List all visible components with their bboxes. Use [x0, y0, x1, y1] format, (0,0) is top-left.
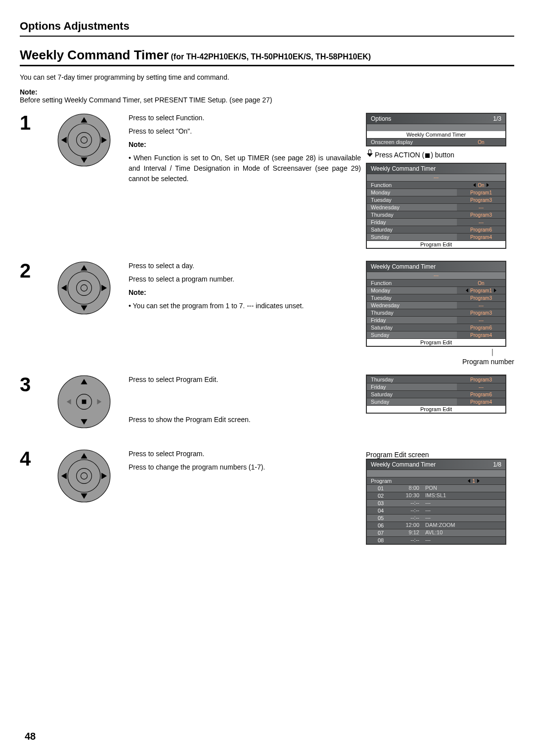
osd-row-label: Tuesday: [367, 294, 457, 301]
osd-page: 1/8: [493, 461, 501, 468]
pe-command: ---: [422, 500, 505, 507]
pe-row: 0612:00DAM:ZOOM: [367, 521, 505, 529]
osd-row: MondayProgram1: [367, 189, 505, 196]
osd-footer: Program Edit: [367, 338, 505, 346]
pe-time: 10:30: [395, 492, 422, 499]
dpad-icon: [57, 113, 111, 167]
osd-row-label: Friday: [367, 219, 457, 226]
osd-row-value: Program6: [457, 391, 505, 398]
pe-index: 06: [367, 522, 395, 529]
pe-index: 07: [367, 529, 395, 536]
osd-row-label: Thursday: [367, 309, 457, 316]
section-header: Options Adjustments: [20, 20, 514, 37]
svg-rect-16: [82, 400, 87, 404]
pe-index: 03: [367, 500, 395, 507]
osd-row: Wednesday---: [367, 301, 505, 309]
pe-index: 02: [367, 492, 395, 499]
pe-time: 9:12: [395, 529, 422, 536]
osd-row-value: ---: [457, 317, 505, 324]
osd-page: 1/3: [493, 115, 501, 122]
step4-line1: Press to select Program.: [129, 449, 361, 459]
osd-title: Weekly Command Timer: [371, 263, 436, 270]
step1-line1: Press to select Function.: [129, 113, 361, 123]
arrow-down-icon: [366, 149, 373, 157]
osd-row-label: Monday: [367, 287, 457, 294]
osd-row-label: Friday: [367, 317, 457, 324]
osd-row-label: Tuesday: [367, 196, 457, 203]
step2-line1: Press to select a day.: [129, 261, 361, 271]
pe-row: 0210:30IMS:SL1: [367, 492, 505, 499]
osd-row: Weekly Command Timer: [367, 131, 505, 138]
osd-row: TuesdayProgram3: [367, 196, 505, 203]
pe-command: ---: [422, 515, 505, 521]
osd-title: Options: [371, 115, 391, 122]
step1-note: • When Function is set to On, Set up TIM…: [129, 153, 361, 184]
step-number: 1: [20, 113, 44, 133]
osd-wct-menu-2: Weekly Command Timer---FunctionOnMondayP…: [366, 261, 506, 347]
step-3: 3 Press to select Program Edit. Press to…: [20, 375, 514, 429]
pe-time: --:--: [395, 507, 422, 514]
title-sub: (for TH-42PH10EK/S, TH-50PH10EK/S, TH-58…: [169, 52, 371, 61]
svg-point-1: [77, 133, 92, 148]
osd-row: Friday---: [367, 316, 505, 324]
osd-row-label: Thursday: [367, 376, 457, 383]
step2-line2: Press to select a program number.: [129, 274, 361, 284]
program-value: 1: [442, 477, 505, 484]
action-caption: Press ACTION () button: [366, 149, 514, 159]
osd-row-value: Program6: [457, 324, 505, 331]
osd-row: SundayProgram4: [367, 398, 505, 405]
osd-row: Friday---: [367, 383, 505, 390]
osd-options-menu: Options1/3 Weekly Command Timer Onscreen…: [366, 113, 506, 146]
pe-time: --:--: [395, 537, 422, 544]
osd-wct-menu-1: Weekly Command Timer---FunctionOnMondayP…: [366, 163, 506, 249]
pe-command: DAM:ZOOM: [422, 522, 505, 529]
osd-row-label: Saturday: [367, 391, 457, 398]
osd-row-value: Program4: [457, 398, 505, 405]
osd-row-value: Program3: [457, 376, 505, 383]
pe-row: 08--:-----: [367, 536, 505, 544]
osd-row-label: Sunday: [367, 331, 457, 338]
program-edit-caption: Program Edit screen: [366, 451, 514, 459]
osd-row-value: On: [457, 182, 505, 189]
pe-command: IMS:SL1: [422, 492, 505, 499]
osd-row: SundayProgram4: [367, 233, 505, 240]
step-2: 2 Press to select a day. Press to select…: [20, 261, 514, 366]
page-number: 48: [25, 731, 36, 742]
page-title: Weekly Command Timer (for TH-42PH10EK/S,…: [20, 47, 514, 66]
osd-row-value: Program3: [457, 211, 505, 218]
pe-time: 8:00: [395, 485, 422, 492]
global-note: Note: Before setting Weekly Command Time…: [20, 88, 514, 104]
osd-row-value: Program6: [457, 226, 505, 233]
step-number: 3: [20, 375, 44, 394]
pe-index: 05: [367, 515, 395, 521]
pe-row: 05--:-----: [367, 514, 505, 521]
pe-row: 079:12AVL:10: [367, 529, 505, 536]
pe-time: 12:00: [395, 522, 422, 529]
osd-row-label: Wednesday: [367, 204, 457, 211]
osd-row-value: Program4: [457, 331, 505, 338]
osd-row: SaturdayProgram6: [367, 226, 505, 233]
pe-command: AVL:10: [422, 529, 505, 536]
osd-row-label: Function: [367, 182, 457, 189]
pe-command: ---: [422, 507, 505, 514]
step-1: 1 Press to select Function. Press to sel…: [20, 113, 514, 252]
osd-row-value: ---: [457, 204, 505, 211]
step2-note: • You can set the program from 1 to 7. -…: [129, 301, 361, 311]
stop-icon: [425, 153, 430, 158]
osd-row-label: Saturday: [367, 226, 457, 233]
osd-row-label: Friday: [367, 383, 457, 390]
pointer-line: │: [366, 349, 514, 356]
pe-command: ---: [422, 537, 505, 544]
osd-row-value: Program4: [457, 234, 505, 240]
step3-line2: Press to show the Program Edit screen.: [129, 415, 361, 425]
dpad-icon: [57, 375, 111, 429]
pe-row: 03--:-----: [367, 499, 505, 507]
program-number-caption: Program number: [366, 358, 514, 366]
osd-row: ThursdayProgram3: [367, 211, 505, 218]
osd-row-label: Sunday: [367, 398, 457, 405]
osd-footer: Program Edit: [367, 405, 505, 413]
pe-time: --:--: [395, 515, 422, 521]
osd-row-label: Onscreen display: [367, 139, 457, 145]
osd-row-value: ---: [457, 383, 505, 390]
intro-text: You can set 7-day timer programming by s…: [20, 73, 514, 81]
